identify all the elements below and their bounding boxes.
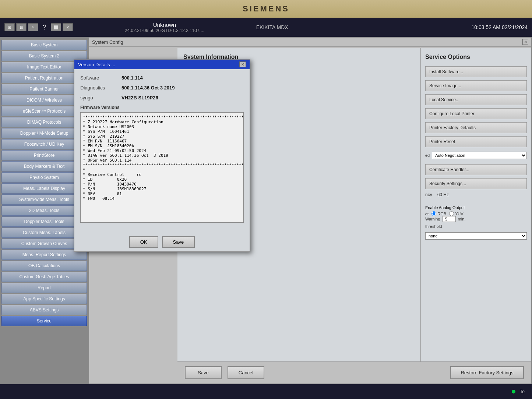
software-value: 500.1.114: [121, 75, 143, 81]
footer-bar: To: [0, 384, 532, 399]
top-bar: SIEMENS: [0, 0, 532, 18]
pointer-icon[interactable]: ↖: [28, 23, 38, 31]
diagnostics-field: Diagnostics 500.1.114.36 Oct 3 2019: [80, 85, 244, 91]
grid-icon-2[interactable]: ⊟: [16, 23, 27, 31]
modal-title: Version Details ...: [78, 62, 115, 67]
help-icon[interactable]: ?: [43, 24, 46, 31]
system-name: Unknown: [153, 22, 176, 28]
modal-ok-button[interactable]: OK: [129, 236, 158, 248]
firmware-label: Firmware Versions: [80, 105, 244, 110]
system-version: 24.02.21-09:56:26-STD-1.3.12.2.1107....: [125, 28, 204, 33]
modal-save-button[interactable]: Save: [162, 236, 195, 248]
diagnostics-value: 500.1.114.36 Oct 3 2019: [121, 85, 175, 91]
footer-text: To: [520, 389, 525, 394]
syngo-label: syngo: [80, 95, 117, 100]
window-icon[interactable]: ⬜: [51, 23, 61, 31]
modal-body: Software 500.1.114 Diagnostics 500.1.114…: [74, 69, 250, 233]
machine-name: EKIKITA MDX: [256, 24, 288, 30]
system-bar: ⊞ ⊟ ↖ ? ⬜ ✕ Unknown 24.02.21-09:56:26-ST…: [0, 18, 532, 37]
syngo-value: VH22B SL19P26: [121, 95, 158, 100]
modal-close-button[interactable]: ✕: [239, 61, 246, 67]
status-indicator: [512, 390, 515, 393]
toolbar-icons: ⊞ ⊟ ↖ ? ⬜ ✕: [4, 23, 73, 31]
firmware-section: Firmware Versions: [80, 105, 244, 224]
modal-overlay: Version Details ... ✕ Software 500.1.114…: [0, 37, 532, 384]
grid-icon-1[interactable]: ⊞: [4, 23, 15, 31]
system-info-bar: Unknown 24.02.21-09:56:26-STD-1.3.12.2.1…: [77, 22, 253, 33]
firmware-textarea[interactable]: [80, 112, 244, 223]
software-field: Software 500.1.114: [80, 75, 244, 81]
diagnostics-label: Diagnostics: [80, 85, 117, 91]
app-title: SIEMENS: [243, 4, 289, 14]
syngo-field: syngo VH22B SL19P26: [80, 95, 244, 100]
modal-footer: OK Save: [74, 233, 250, 251]
modal-titlebar: Version Details ... ✕: [74, 60, 250, 69]
close-icon[interactable]: ✕: [63, 23, 73, 31]
version-details-modal: Version Details ... ✕ Software 500.1.114…: [74, 59, 250, 252]
main-area: Basic System Basic System 2 Image Text E…: [0, 37, 532, 384]
software-label: Software: [80, 75, 117, 81]
datetime-display: 10:03:52 AM 02/21/2024: [471, 24, 528, 30]
